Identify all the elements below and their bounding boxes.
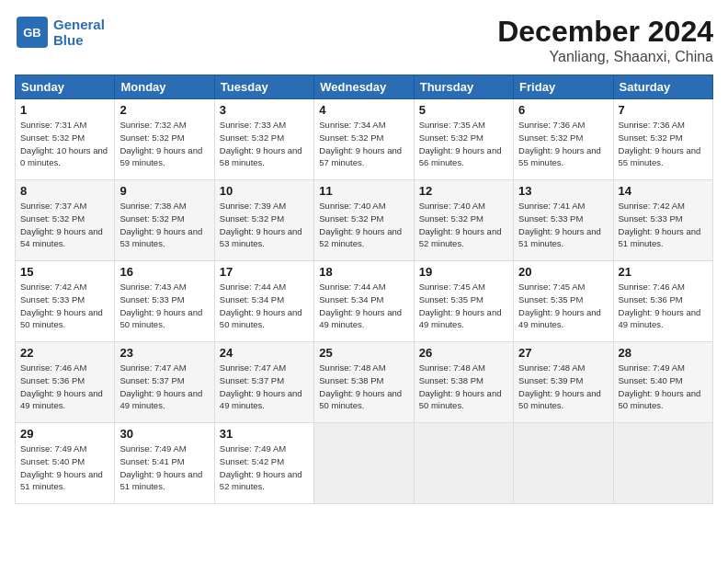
calendar-cell: 4 Sunrise: 7:34 AM Sunset: 5:32 PM Dayli… xyxy=(314,99,414,180)
day-number: 25 xyxy=(319,346,408,360)
day-number: 30 xyxy=(119,427,209,441)
day-number: 16 xyxy=(119,265,209,279)
calendar-cell: 3 Sunrise: 7:33 AM Sunset: 5:32 PM Dayli… xyxy=(214,99,313,180)
day-info: Sunrise: 7:36 AM Sunset: 5:32 PM Dayligh… xyxy=(619,119,708,169)
calendar-cell: 21 Sunrise: 7:46 AM Sunset: 5:36 PM Dayl… xyxy=(613,261,712,342)
logo: GB GeneralBlue xyxy=(15,15,105,50)
day-info: Sunrise: 7:31 AM Sunset: 5:32 PM Dayligh… xyxy=(20,119,109,169)
calendar-cell: 30 Sunrise: 7:49 AM Sunset: 5:41 PM Dayl… xyxy=(115,423,214,504)
location-title: Yanliang, Shaanxi, China xyxy=(497,49,713,65)
day-info: Sunrise: 7:36 AM Sunset: 5:32 PM Dayligh… xyxy=(518,119,608,169)
day-info: Sunrise: 7:39 AM Sunset: 5:32 PM Dayligh… xyxy=(220,200,309,250)
calendar-cell xyxy=(514,423,613,504)
logo-icon: GB xyxy=(15,15,50,50)
day-info: Sunrise: 7:48 AM Sunset: 5:38 PM Dayligh… xyxy=(319,362,408,412)
calendar-cell: 17 Sunrise: 7:44 AM Sunset: 5:34 PM Dayl… xyxy=(214,261,313,342)
day-info: Sunrise: 7:43 AM Sunset: 5:33 PM Dayligh… xyxy=(119,281,209,331)
day-info: Sunrise: 7:33 AM Sunset: 5:32 PM Dayligh… xyxy=(220,119,309,169)
calendar-cell: 20 Sunrise: 7:45 AM Sunset: 5:35 PM Dayl… xyxy=(514,261,613,342)
day-info: Sunrise: 7:38 AM Sunset: 5:32 PM Dayligh… xyxy=(119,200,209,250)
svg-text:GB: GB xyxy=(23,26,41,40)
day-info: Sunrise: 7:49 AM Sunset: 5:42 PM Dayligh… xyxy=(220,442,309,493)
day-number: 28 xyxy=(619,346,708,360)
logo-name: GeneralBlue xyxy=(53,17,105,48)
weekday-header-thursday: Thursday xyxy=(414,75,513,99)
day-info: Sunrise: 7:41 AM Sunset: 5:33 PM Dayligh… xyxy=(518,200,608,250)
calendar-cell: 8 Sunrise: 7:37 AM Sunset: 5:32 PM Dayli… xyxy=(16,180,115,261)
calendar-cell: 19 Sunrise: 7:45 AM Sunset: 5:35 PM Dayl… xyxy=(414,261,513,342)
title-block: December 2024 Yanliang, Shaanxi, China xyxy=(497,15,713,65)
calendar-cell: 26 Sunrise: 7:48 AM Sunset: 5:38 PM Dayl… xyxy=(414,342,513,423)
day-info: Sunrise: 7:49 AM Sunset: 5:40 PM Dayligh… xyxy=(20,442,109,493)
day-info: Sunrise: 7:46 AM Sunset: 5:36 PM Dayligh… xyxy=(619,281,708,331)
day-info: Sunrise: 7:49 AM Sunset: 5:40 PM Dayligh… xyxy=(619,362,708,412)
day-number: 13 xyxy=(518,184,608,198)
calendar-cell: 16 Sunrise: 7:43 AM Sunset: 5:33 PM Dayl… xyxy=(115,261,214,342)
day-info: Sunrise: 7:48 AM Sunset: 5:39 PM Dayligh… xyxy=(518,362,608,412)
day-number: 3 xyxy=(220,103,309,117)
day-info: Sunrise: 7:40 AM Sunset: 5:32 PM Dayligh… xyxy=(419,200,508,250)
calendar-cell: 18 Sunrise: 7:44 AM Sunset: 5:34 PM Dayl… xyxy=(314,261,414,342)
day-number: 10 xyxy=(220,184,309,198)
weekday-header-friday: Friday xyxy=(514,75,613,99)
day-number: 12 xyxy=(419,184,508,198)
calendar-cell: 14 Sunrise: 7:42 AM Sunset: 5:33 PM Dayl… xyxy=(613,180,712,261)
day-number: 7 xyxy=(619,103,708,117)
weekday-header-sunday: Sunday xyxy=(16,75,115,99)
day-info: Sunrise: 7:49 AM Sunset: 5:41 PM Dayligh… xyxy=(119,442,209,493)
day-number: 26 xyxy=(419,346,508,360)
day-info: Sunrise: 7:42 AM Sunset: 5:33 PM Dayligh… xyxy=(619,200,708,250)
day-number: 6 xyxy=(518,103,608,117)
day-number: 31 xyxy=(220,427,309,441)
day-info: Sunrise: 7:46 AM Sunset: 5:36 PM Dayligh… xyxy=(20,362,109,412)
calendar-cell: 1 Sunrise: 7:31 AM Sunset: 5:32 PM Dayli… xyxy=(16,99,115,180)
day-info: Sunrise: 7:47 AM Sunset: 5:37 PM Dayligh… xyxy=(119,362,209,412)
calendar-cell xyxy=(414,423,513,504)
calendar-cell: 11 Sunrise: 7:40 AM Sunset: 5:32 PM Dayl… xyxy=(314,180,414,261)
calendar-cell: 28 Sunrise: 7:49 AM Sunset: 5:40 PM Dayl… xyxy=(613,342,712,423)
day-number: 14 xyxy=(619,184,708,198)
day-info: Sunrise: 7:45 AM Sunset: 5:35 PM Dayligh… xyxy=(518,281,608,331)
day-number: 29 xyxy=(20,427,109,441)
day-number: 24 xyxy=(220,346,309,360)
week-row-1: 1 Sunrise: 7:31 AM Sunset: 5:32 PM Dayli… xyxy=(16,99,713,180)
day-info: Sunrise: 7:47 AM Sunset: 5:37 PM Dayligh… xyxy=(220,362,309,412)
day-number: 19 xyxy=(419,265,508,279)
calendar-cell: 5 Sunrise: 7:35 AM Sunset: 5:32 PM Dayli… xyxy=(414,99,513,180)
day-number: 9 xyxy=(119,184,209,198)
day-number: 17 xyxy=(220,265,309,279)
day-number: 18 xyxy=(319,265,408,279)
day-number: 5 xyxy=(419,103,508,117)
calendar-cell: 10 Sunrise: 7:39 AM Sunset: 5:32 PM Dayl… xyxy=(214,180,313,261)
week-row-5: 29 Sunrise: 7:49 AM Sunset: 5:40 PM Dayl… xyxy=(16,423,713,504)
calendar-cell: 13 Sunrise: 7:41 AM Sunset: 5:33 PM Dayl… xyxy=(514,180,613,261)
calendar-cell: 9 Sunrise: 7:38 AM Sunset: 5:32 PM Dayli… xyxy=(115,180,214,261)
header: GB GeneralBlue December 2024 Yanliang, S… xyxy=(15,15,713,65)
day-info: Sunrise: 7:44 AM Sunset: 5:34 PM Dayligh… xyxy=(220,281,309,331)
week-row-3: 15 Sunrise: 7:42 AM Sunset: 5:33 PM Dayl… xyxy=(16,261,713,342)
day-number: 23 xyxy=(119,346,209,360)
day-info: Sunrise: 7:40 AM Sunset: 5:32 PM Dayligh… xyxy=(319,200,408,250)
day-number: 8 xyxy=(20,184,109,198)
calendar-page: GB GeneralBlue December 2024 Yanliang, S… xyxy=(0,0,728,563)
day-info: Sunrise: 7:45 AM Sunset: 5:35 PM Dayligh… xyxy=(419,281,508,331)
weekday-header-saturday: Saturday xyxy=(613,75,712,99)
weekday-header-monday: Monday xyxy=(115,75,214,99)
day-number: 22 xyxy=(20,346,109,360)
calendar-cell: 2 Sunrise: 7:32 AM Sunset: 5:32 PM Dayli… xyxy=(115,99,214,180)
calendar-cell: 15 Sunrise: 7:42 AM Sunset: 5:33 PM Dayl… xyxy=(16,261,115,342)
day-number: 2 xyxy=(119,103,209,117)
weekday-header-tuesday: Tuesday xyxy=(214,75,313,99)
day-number: 20 xyxy=(518,265,608,279)
calendar-cell xyxy=(314,423,414,504)
calendar-cell: 31 Sunrise: 7:49 AM Sunset: 5:42 PM Dayl… xyxy=(214,423,313,504)
calendar-table: SundayMondayTuesdayWednesdayThursdayFrid… xyxy=(15,75,713,504)
day-info: Sunrise: 7:42 AM Sunset: 5:33 PM Dayligh… xyxy=(20,281,109,331)
day-number: 11 xyxy=(319,184,408,198)
day-info: Sunrise: 7:34 AM Sunset: 5:32 PM Dayligh… xyxy=(319,119,408,169)
day-number: 4 xyxy=(319,103,408,117)
calendar-cell: 6 Sunrise: 7:36 AM Sunset: 5:32 PM Dayli… xyxy=(514,99,613,180)
header-row: SundayMondayTuesdayWednesdayThursdayFrid… xyxy=(16,75,713,99)
day-info: Sunrise: 7:44 AM Sunset: 5:34 PM Dayligh… xyxy=(319,281,408,331)
day-number: 21 xyxy=(619,265,708,279)
